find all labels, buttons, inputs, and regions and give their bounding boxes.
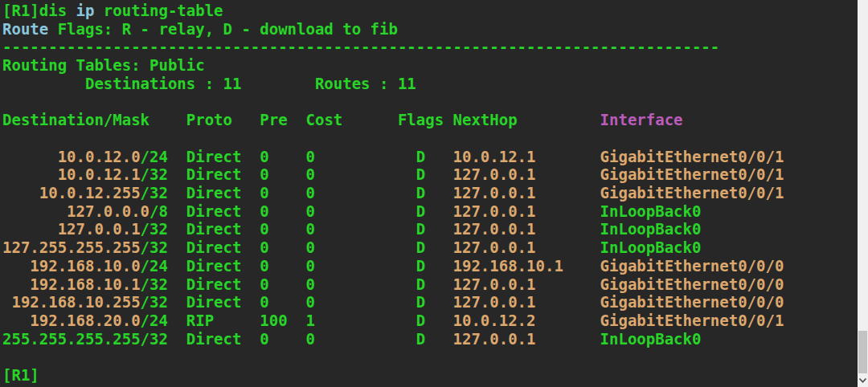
- counts-line: Destinations : 11 Routes : 11: [2, 75, 858, 93]
- route-row: 255.255.255.255/32 Direct 0 0 D 127.0.0.…: [2, 330, 858, 348]
- route-row: 192.168.10.1/32 Direct 0 0 D 127.0.0.1 G…: [2, 275, 858, 294]
- route-row: 192.168.10.0/24 Direct 0 0 D 192.168.10.…: [2, 257, 858, 275]
- terminal-output: [R1]dis ip routing-tableRoute Flags: R -…: [2, 2, 858, 385]
- route-row: 127.0.0.0/8 Direct 0 0 D 127.0.0.1 InLoo…: [2, 202, 858, 221]
- terminal[interactable]: [R1]dis ip routing-tableRoute Flags: R -…: [0, 0, 858, 387]
- scrollbar-thumb[interactable]: [858, 331, 867, 373]
- route-row: 127.0.0.1/32 Direct 0 0 D 127.0.0.1 InLo…: [2, 220, 858, 238]
- chevron-down-icon: [858, 377, 867, 384]
- scrollbar[interactable]: [858, 0, 868, 387]
- route-row: 10.0.12.1/32 Direct 0 0 D 127.0.0.1 Giga…: [2, 165, 858, 184]
- route-row: 192.168.20.0/24 RIP 100 1 D 10.0.12.2 Gi…: [2, 312, 858, 330]
- separator-line: ----------------------------------------…: [2, 38, 858, 56]
- route-row: 192.168.10.255/32 Direct 0 0 D 127.0.0.1…: [2, 293, 858, 312]
- table-header-row: Destination/Mask Proto Pre Cost Flags Ne…: [2, 111, 858, 129]
- route-row: 127.255.255.255/32 Direct 0 0 D 127.0.0.…: [2, 238, 858, 257]
- blank-line: [2, 348, 858, 366]
- route-row: 10.0.12.0/24 Direct 0 0 D 10.0.12.1 Giga…: [2, 148, 858, 166]
- blank-line: [2, 93, 858, 112]
- route-flags-line: Route Flags: R - relay, D - download to …: [2, 20, 858, 39]
- scrollbar-down-button[interactable]: [858, 375, 868, 386]
- command-line: [R1]dis ip routing-table: [2, 2, 858, 20]
- prompt-line: [R1]: [2, 366, 858, 385]
- route-row: 10.0.12.255/32 Direct 0 0 D 127.0.0.1 Gi…: [2, 184, 858, 202]
- blank-line: [2, 129, 858, 148]
- routing-tables-line: Routing Tables: Public: [2, 56, 858, 75]
